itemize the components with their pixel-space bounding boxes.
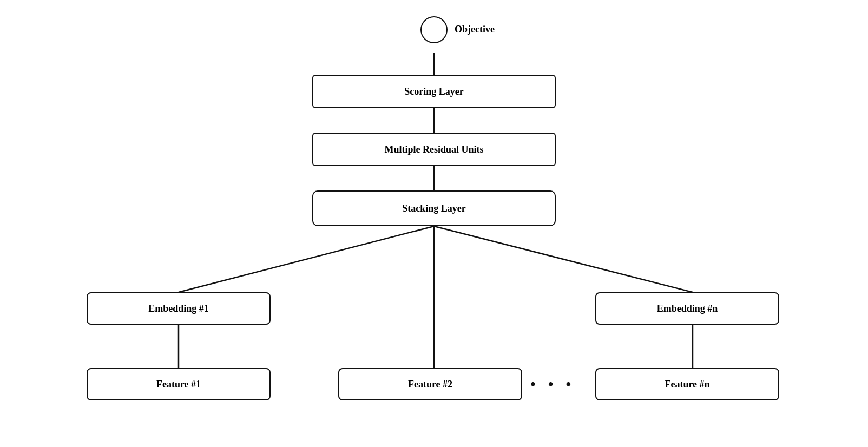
embeddingn-node: Embedding #n: [595, 292, 779, 325]
residual-units-label: Multiple Residual Units: [384, 144, 483, 155]
objective-label: Objective: [455, 24, 495, 35]
objective-circle: [420, 16, 448, 43]
svg-line-5: [434, 226, 693, 292]
scoring-layer-node: Scoring Layer: [312, 75, 556, 108]
embedding1-label: Embedding #1: [148, 303, 209, 314]
featuren-node: Feature #n: [595, 368, 779, 400]
stacking-layer-node: Stacking Layer: [312, 190, 556, 226]
embedding1-node: Embedding #1: [87, 292, 271, 325]
featuren-label: Feature #n: [665, 379, 709, 390]
ellipsis-dots: • • •: [530, 376, 575, 393]
feature1-node: Feature #1: [87, 368, 271, 400]
diagram: Objective Scoring Layer Multiple Residua…: [0, 0, 868, 447]
feature2-label: Feature #2: [408, 379, 452, 390]
embeddingn-label: Embedding #n: [657, 303, 718, 314]
stacking-layer-label: Stacking Layer: [402, 203, 466, 214]
residual-units-node: Multiple Residual Units: [312, 133, 556, 166]
feature2-node: Feature #2: [338, 368, 522, 400]
scoring-layer-label: Scoring Layer: [404, 86, 464, 97]
svg-line-3: [179, 226, 434, 292]
feature1-label: Feature #1: [156, 379, 201, 390]
